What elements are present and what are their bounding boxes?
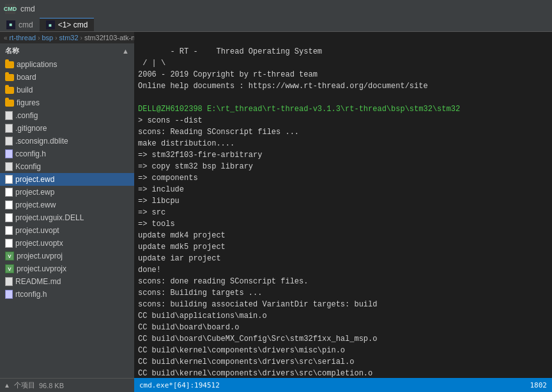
tab-icon-1: ■ xyxy=(6,20,15,29)
tree-item-project-eww[interactable]: project.eww xyxy=(0,199,134,211)
folder-icon-applications xyxy=(5,61,14,68)
app-icon: CMD xyxy=(5,4,15,14)
file-tree[interactable]: applications board build figures .config xyxy=(0,58,134,378)
tree-item-label: project.uvguix.DELL xyxy=(15,213,84,222)
scroll-up-btn[interactable]: ▲ xyxy=(4,382,10,389)
tree-item-label: Kconfig xyxy=(15,162,41,171)
breadcrumb-back-arrow: « xyxy=(4,34,8,41)
terminal-line-prompt: DELL@ZH6102398 E:\rt_thread\rt-thread-v3… xyxy=(138,105,460,114)
file-icon-sconsign xyxy=(5,137,13,146)
breadcrumb-sep3: › xyxy=(80,34,82,41)
tree-item-label: project.uvoptx xyxy=(15,239,63,248)
tree-item-config[interactable]: .config xyxy=(0,109,134,122)
sidebar: « rt-thread › bsp › stm32 › stm32f103-at… xyxy=(0,32,134,392)
terminal-status-right: 1802 xyxy=(530,381,548,389)
tree-item-readme[interactable]: README.md xyxy=(0,275,134,288)
tree-item-label: project.ewp xyxy=(15,188,54,197)
tree-item-board[interactable]: board xyxy=(0,71,134,84)
terminal-output[interactable]: - RT - Thread Operating System / | \ 200… xyxy=(134,32,552,378)
file-icon-config xyxy=(5,111,13,120)
tree-item-label: project.ewd xyxy=(15,175,54,184)
file-icon-kconfig xyxy=(5,162,13,171)
breadcrumb-stm32[interactable]: stm32 xyxy=(59,34,79,41)
tree-item-label: rtconfig.h xyxy=(15,290,47,299)
tree-item-project-uvoptx[interactable]: project.uvoptx xyxy=(0,237,134,250)
tree-item-project-uvproj[interactable]: V project.uvproj xyxy=(0,250,134,262)
terminal: - RT - Thread Operating System / | \ 200… xyxy=(134,32,552,392)
tab-icon-2: ■ xyxy=(46,20,55,29)
tree-item-rtconfig[interactable]: rtconfig.h xyxy=(0,288,134,301)
tree-item-applications[interactable]: applications xyxy=(0,58,134,71)
tree-item-kconfig[interactable]: Kconfig xyxy=(0,160,134,173)
folder-icon-board xyxy=(5,74,14,81)
tree-item-label: project.eww xyxy=(15,200,56,209)
tree-item-project-uvprojx[interactable]: V project.uvprojx xyxy=(0,262,134,275)
folder-icon-figures xyxy=(5,100,14,107)
file-icon-rtconfig xyxy=(5,290,13,299)
tab-bar: ■ cmd ■ <1> cmd xyxy=(0,18,552,32)
file-icon-uvprojx: V xyxy=(5,264,14,273)
tab-label-2: <1> cmd xyxy=(58,20,88,29)
file-tree-header: 名称 ▲ xyxy=(0,43,134,58)
tree-item-label: project.uvopt xyxy=(15,226,59,235)
file-icon-ewp xyxy=(5,188,13,197)
file-icon-cconfig xyxy=(5,149,13,158)
tree-item-label: .gitignore xyxy=(15,124,47,133)
terminal-status-left: cmd.exe*[64]:194512 xyxy=(139,381,220,389)
folder-icon-build xyxy=(5,87,14,94)
tree-item-label: .sconsign.dblite xyxy=(15,137,68,146)
file-tree-status-bar: ▲ 个项目 96.8 KB xyxy=(0,378,134,392)
terminal-line-cmd: > scons --dist scons: Reading SConscript… xyxy=(138,116,377,378)
tab-label-1: cmd xyxy=(19,20,33,29)
file-tree-title: 名称 xyxy=(5,46,19,56)
file-size: 96.8 KB xyxy=(39,382,64,389)
project-count-label: 个项目 xyxy=(14,381,35,390)
tree-item-label: figures xyxy=(17,98,40,107)
breadcrumb: « rt-thread › bsp › stm32 › stm32f103-at… xyxy=(0,32,134,43)
main-area: « rt-thread › bsp › stm32 › stm32f103-at… xyxy=(0,32,552,392)
tree-item-label: board xyxy=(17,73,36,82)
file-icon-eww xyxy=(5,200,13,209)
terminal-line-1: - RT - Thread Operating System / | \ 200… xyxy=(138,47,428,91)
tree-item-cconfig[interactable]: cconfig.h xyxy=(0,147,134,160)
file-icon-ewd xyxy=(5,175,13,184)
tree-item-label: .config xyxy=(15,111,38,120)
tree-item-figures[interactable]: figures xyxy=(0,96,134,109)
tree-item-build[interactable]: build xyxy=(0,84,134,96)
tab-cmd-1[interactable]: ■ cmd xyxy=(0,18,40,31)
file-icon-uvoptx xyxy=(5,239,13,248)
tree-item-label: cconfig.h xyxy=(15,149,46,158)
title-bar-text: cmd xyxy=(20,4,35,13)
tree-item-project-ewd[interactable]: project.ewd xyxy=(0,173,134,186)
breadcrumb-sep2: › xyxy=(55,34,57,41)
tree-item-label: applications xyxy=(17,60,57,69)
tree-item-label: README.md xyxy=(15,277,61,286)
tree-item-label: project.uvproj xyxy=(17,252,63,260)
file-icon-uvproj: V xyxy=(5,252,14,260)
breadcrumb-current[interactable]: stm32f103-atk-na... xyxy=(84,34,134,41)
breadcrumb-bsp[interactable]: bsp xyxy=(42,34,53,41)
title-bar: CMD cmd xyxy=(0,0,552,18)
tab-cmd-2[interactable]: ■ <1> cmd xyxy=(40,18,95,31)
tree-item-gitignore[interactable]: .gitignore xyxy=(0,122,134,135)
tree-item-project-ewp[interactable]: project.ewp xyxy=(0,186,134,199)
file-icon-uvguix xyxy=(5,213,13,222)
tree-item-label: build xyxy=(17,86,33,94)
file-icon-uvopt xyxy=(5,226,13,235)
breadcrumb-rt-thread[interactable]: rt-thread xyxy=(10,34,36,41)
tree-item-project-uvopt[interactable]: project.uvopt xyxy=(0,224,134,237)
breadcrumb-sep1: › xyxy=(38,34,40,41)
tree-item-label: project.uvprojx xyxy=(17,264,66,273)
file-icon-gitignore xyxy=(5,124,13,133)
tree-item-sconsign[interactable]: .sconsign.dblite xyxy=(0,135,134,147)
collapse-icon[interactable]: ▲ xyxy=(122,47,129,55)
tree-item-project-uvguix[interactable]: project.uvguix.DELL xyxy=(0,211,134,224)
file-icon-readme xyxy=(5,277,13,286)
terminal-status-bar: cmd.exe*[64]:194512 1802 xyxy=(134,378,552,392)
